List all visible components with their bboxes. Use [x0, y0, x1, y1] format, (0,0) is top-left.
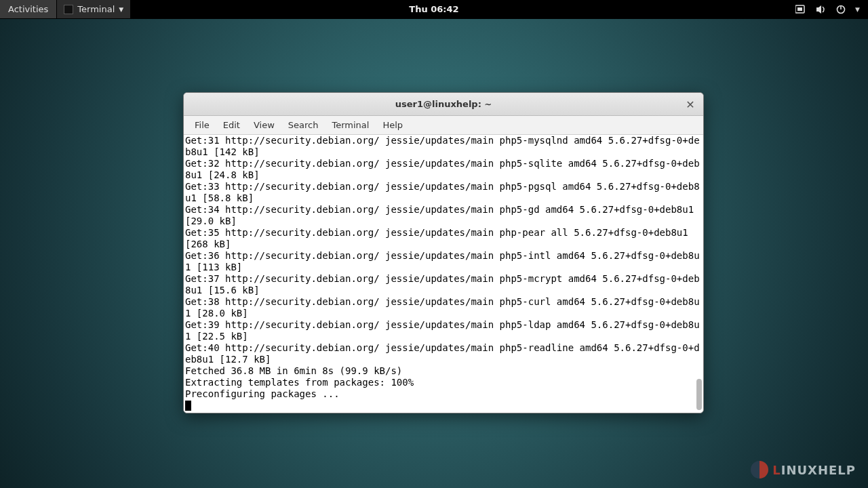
terminal-output: Get:31 http://security.debian.org/ jessi…: [184, 135, 703, 411]
linuxhelp-watermark: LINUXHELP: [751, 461, 856, 479]
system-tray[interactable]: ▼: [787, 5, 868, 14]
chevron-down-icon: ▼: [119, 6, 123, 13]
volume-icon[interactable]: [816, 5, 827, 14]
window-titlebar[interactable]: user1@linuxhelp: ~ ✕: [184, 93, 703, 116]
linuxhelp-logo-icon: [751, 461, 768, 479]
window-title: user1@linuxhelp: ~: [395, 99, 492, 109]
watermark-text-l: L: [772, 463, 781, 477]
svg-marker-2: [816, 5, 821, 14]
svg-rect-1: [797, 7, 802, 11]
clock[interactable]: Thu 06:42: [409, 4, 458, 14]
activities-label: Activities: [8, 4, 48, 14]
menu-search[interactable]: Search: [283, 118, 324, 132]
activities-button[interactable]: Activities: [0, 0, 57, 18]
app-menu-label: Terminal: [77, 4, 115, 14]
close-icon: ✕: [686, 98, 694, 111]
menu-file[interactable]: File: [189, 118, 215, 132]
terminal-icon: [64, 5, 73, 14]
power-icon[interactable]: [836, 5, 846, 14]
scrollbar[interactable]: [695, 135, 702, 413]
terminal-cursor: [185, 401, 191, 411]
screen-record-icon[interactable]: [795, 5, 806, 14]
menu-edit[interactable]: Edit: [218, 118, 245, 132]
terminal-body[interactable]: Get:31 http://security.debian.org/ jessi…: [184, 135, 703, 413]
window-close-button[interactable]: ✕: [683, 97, 698, 112]
gnome-topbar: Activities Terminal ▼ Thu 06:42 ▼: [0, 0, 868, 19]
app-menu-button[interactable]: Terminal ▼: [57, 0, 130, 18]
watermark-text-rest: INUXHELP: [781, 463, 856, 477]
menu-terminal[interactable]: Terminal: [326, 118, 374, 132]
menu-help[interactable]: Help: [377, 118, 408, 132]
chevron-down-icon: ▼: [855, 6, 860, 13]
menu-view[interactable]: View: [248, 118, 280, 132]
terminal-window: user1@linuxhelp: ~ ✕ File Edit View Sear…: [183, 92, 704, 413]
menubar: File Edit View Search Terminal Help: [184, 116, 703, 135]
scrollbar-thumb[interactable]: [696, 379, 702, 410]
